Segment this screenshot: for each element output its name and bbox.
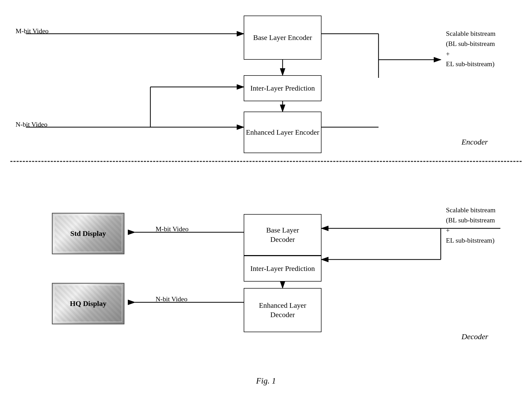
std-display-box: Std Display [52, 213, 124, 254]
inter-layer-prediction-enc-block: Inter-Layer Prediction [244, 75, 321, 101]
scalable-bitstream-enc-label: Scalable bitstream(BL sub-bitstream+EL s… [446, 29, 495, 69]
base-layer-encoder-block: Base Layer Encoder [244, 16, 321, 60]
section-divider [10, 161, 522, 162]
n-bit-video-dec-label: N-bit Video [156, 295, 187, 303]
encoder-section-label: Encoder [461, 138, 488, 146]
std-display-label: Std Display [70, 229, 106, 238]
base-layer-decoder-label: Base LayerDecoder [266, 226, 299, 244]
diagram-container: Base Layer Encoder Inter-Layer Predictio… [0, 0, 532, 396]
m-bit-video-dec-label: M-bit Video [156, 225, 188, 233]
base-layer-encoder-label: Base Layer Encoder [253, 33, 312, 42]
enhanced-layer-decoder-block: Enhanced LayerDecoder [244, 288, 321, 332]
decoder-section-label: Decoder [461, 332, 488, 341]
enhanced-layer-encoder-label: Enhanced Layer Encoder [246, 128, 319, 137]
hq-display-label: HQ Display [70, 299, 107, 308]
inter-layer-prediction-dec-label: Inter-Layer Prediction [250, 264, 315, 273]
m-bit-video-enc-label: M-bit Video [16, 27, 48, 35]
inter-layer-prediction-enc-label: Inter-Layer Prediction [250, 84, 315, 93]
enhanced-layer-decoder-label: Enhanced LayerDecoder [259, 301, 306, 320]
figure-caption: Fig. 1 [256, 376, 276, 386]
scalable-bitstream-dec-label: Scalable bitstream(BL sub-bitstream+EL s… [446, 205, 495, 245]
base-layer-decoder-block: Base LayerDecoder [244, 214, 321, 256]
hq-display-box: HQ Display [52, 283, 124, 324]
enhanced-layer-encoder-block: Enhanced Layer Encoder [244, 112, 321, 153]
inter-layer-prediction-dec-block: Inter-Layer Prediction [244, 256, 321, 282]
n-bit-video-enc-label: N-bit Video [16, 121, 47, 128]
